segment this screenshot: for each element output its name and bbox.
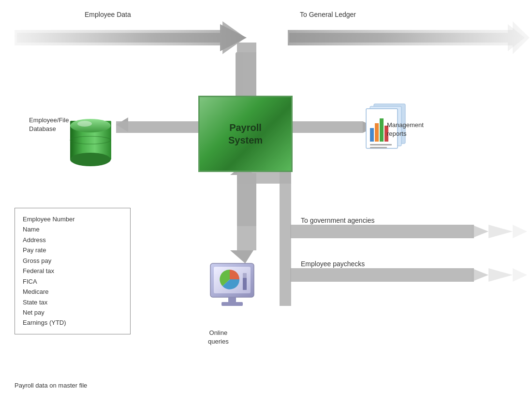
svg-rect-50	[370, 147, 387, 148]
svg-marker-6	[288, 21, 530, 54]
payroll-system-box: Payroll System	[198, 96, 293, 172]
svg-marker-32	[488, 268, 513, 282]
to-general-ledger-label: To General Ledger	[300, 11, 356, 18]
info-item-net-pay: Net pay	[23, 307, 122, 317]
arrows-svg	[0, 0, 532, 404]
svg-marker-20	[116, 117, 128, 132]
payroll-box-line2: System	[228, 135, 263, 145]
svg-marker-12	[289, 24, 525, 51]
employee-data-label: Employee Data	[85, 11, 131, 18]
svg-rect-30	[290, 268, 474, 282]
diagram-svg	[0, 0, 532, 404]
svg-point-39	[77, 121, 92, 127]
svg-marker-33	[513, 268, 527, 282]
svg-marker-11	[17, 24, 247, 51]
database-icon	[68, 106, 114, 169]
svg-rect-18	[237, 173, 256, 250]
svg-marker-27	[472, 225, 488, 238]
svg-marker-31	[472, 268, 488, 282]
payroll-box-line1: Payroll	[229, 122, 262, 133]
info-item-federal-tax: Federal tax	[23, 266, 122, 276]
svg-marker-7	[236, 53, 243, 97]
online-queries-label: Online queries	[208, 329, 229, 346]
info-item-employee-number: Employee Number	[23, 214, 122, 224]
svg-rect-26	[290, 225, 474, 238]
info-item-medicare: Medicare	[23, 287, 122, 297]
info-item-state-tax: State tax	[23, 297, 122, 307]
info-item-name: Name	[23, 224, 122, 234]
employee-paychecks-label: Employee paychecks	[301, 260, 365, 268]
svg-rect-23	[293, 121, 363, 133]
info-item-earnings-ytd: Earnings (YTD)	[23, 317, 122, 328]
svg-rect-21	[116, 121, 199, 133]
svg-rect-45	[370, 128, 374, 142]
svg-point-38	[70, 119, 111, 132]
svg-rect-16	[237, 173, 256, 226]
svg-rect-13	[237, 43, 256, 98]
diagram-container: Employee Data To General Ledger Payroll …	[0, 0, 532, 404]
info-item-gross-pay: Gross pay	[23, 256, 122, 266]
database-label: Employee/File Database	[29, 116, 69, 133]
payroll-data-info-box: Employee Number Name Address Pay rate Gr…	[15, 208, 131, 334]
svg-rect-9	[236, 52, 256, 97]
info-item-fica: FICA	[23, 276, 122, 287]
payroll-master-label: Payroll data on master file	[15, 382, 87, 389]
svg-rect-47	[380, 118, 384, 142]
svg-rect-49	[370, 144, 392, 145]
svg-rect-34	[237, 172, 291, 184]
info-item-address: Address	[23, 235, 122, 245]
svg-rect-57	[222, 302, 243, 306]
to-government-label: To government agencies	[301, 216, 375, 224]
computer-icon	[208, 261, 261, 318]
info-item-pay-rate: Pay rate	[23, 245, 122, 255]
svg-rect-55	[243, 278, 247, 290]
svg-marker-28	[488, 225, 513, 238]
svg-marker-5	[15, 21, 246, 54]
svg-marker-29	[513, 225, 527, 238]
svg-point-40	[70, 153, 111, 166]
svg-rect-46	[375, 123, 379, 142]
management-reports-label: Management reports	[387, 121, 424, 138]
